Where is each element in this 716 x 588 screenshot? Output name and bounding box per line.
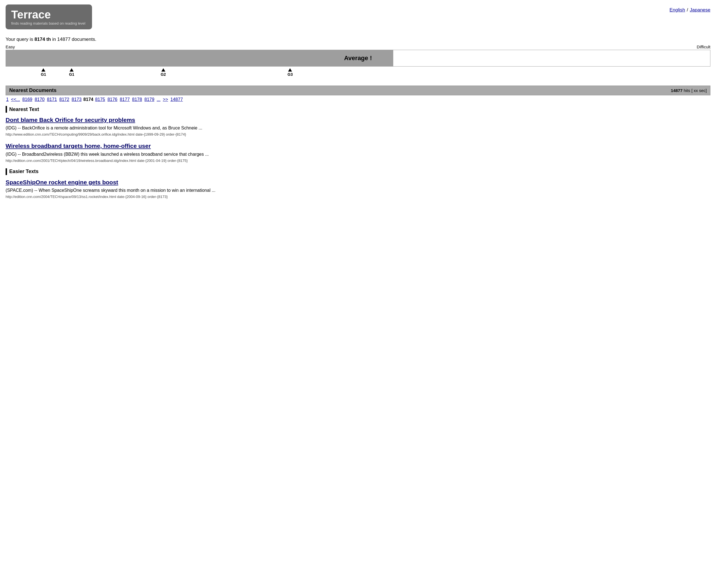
triangle-icon xyxy=(41,68,45,71)
logo-box: Terrace finds reading materials based on… xyxy=(6,4,92,29)
result-url-2: http://edition.cnn.com/2001/TECH/ptech/0… xyxy=(6,159,710,163)
easier-texts-title: Easier Texts xyxy=(9,169,39,174)
result-title-2[interactable]: Wireless broadband targets home, home-of… xyxy=(6,142,710,150)
grade-marker-g2: G2 xyxy=(161,68,166,77)
time-suffix: ] xyxy=(705,88,707,93)
easier-result-title-1[interactable]: SpaceShipOne rocket engine gets boost xyxy=(6,178,710,186)
result-snippet-2: (IDG) -- Broadband2wireless (BB2W) this … xyxy=(6,151,710,158)
nearest-docs-title: Nearest Documents xyxy=(9,87,57,93)
query-info: Your query is 8174 th in 14877 documents… xyxy=(0,31,716,44)
result-url-1: http://www.edition.cnn.com/TECH/computin… xyxy=(6,132,710,136)
grade-label: G2 xyxy=(161,72,166,77)
language-switcher: English / Japanese xyxy=(670,4,710,13)
easier-texts-header: Easier Texts xyxy=(0,166,716,176)
page-link-8169[interactable]: 8169 xyxy=(22,97,33,102)
difficulty-bar-label: Average ! xyxy=(344,55,372,62)
triangle-icon xyxy=(70,68,74,71)
triangle-icon xyxy=(288,68,292,71)
pagination: 1 <<... 8169 8170 8171 8172 8173 8174 81… xyxy=(0,95,716,104)
page-link-prev[interactable]: <<... xyxy=(11,97,20,102)
easier-result-url-1: http://edition.cnn.com/2004/TECH/space/0… xyxy=(6,195,710,199)
page-link-8177[interactable]: 8177 xyxy=(120,97,130,102)
query-suffix: in 14877 documents. xyxy=(51,37,97,42)
page-link-8176[interactable]: 8176 xyxy=(107,97,118,102)
nearest-docs-stats: 14877 hits [ xx sec] xyxy=(671,88,707,93)
nearest-docs-header: Nearest Documents 14877 hits [ xx sec] xyxy=(6,86,710,95)
page-link-8173[interactable]: 8173 xyxy=(71,97,82,102)
english-link[interactable]: English xyxy=(670,7,685,13)
time-label: xx sec xyxy=(694,88,705,93)
page-link-last[interactable]: 14877 xyxy=(170,97,183,102)
grade-label: G3 xyxy=(288,72,293,77)
page-link-8171[interactable]: 8171 xyxy=(47,97,57,102)
difficulty-bar-container: Average ! xyxy=(6,50,710,66)
grade-label: G1 xyxy=(41,72,46,77)
section-bar-icon-2 xyxy=(6,168,7,175)
result-item-1: Dont blame Back Orifice for security pro… xyxy=(0,114,716,140)
hits-count: 14877 xyxy=(671,88,683,93)
page-link-8172[interactable]: 8172 xyxy=(59,97,69,102)
difficulty-section: Easy Difficult Average ! G1 G1 G2 G3 xyxy=(0,44,716,83)
section-bar-icon xyxy=(6,106,7,113)
lang-divider: / xyxy=(687,7,688,13)
japanese-link[interactable]: Japanese xyxy=(690,7,710,13)
result-snippet-1: (IDG) -- BackOrifice is a remote adminis… xyxy=(6,125,710,131)
difficulty-labels: Easy Difficult xyxy=(6,44,710,49)
result-item-2: Wireless broadband targets home, home-of… xyxy=(0,140,716,166)
label-easy: Easy xyxy=(6,44,15,49)
query-rank: 8174 th xyxy=(35,37,51,42)
difficulty-bar-fill xyxy=(6,50,393,66)
page-link-8179[interactable]: 8179 xyxy=(144,97,155,102)
result-title-1[interactable]: Dont blame Back Orifice for security pro… xyxy=(6,116,710,124)
page-link-8170[interactable]: 8170 xyxy=(35,97,45,102)
page-header: Terrace finds reading materials based on… xyxy=(0,0,716,31)
grade-markers: G1 G1 G2 G3 xyxy=(6,66,710,80)
page-link-8175[interactable]: 8175 xyxy=(95,97,105,102)
triangle-icon xyxy=(161,68,165,71)
page-link-ellipsis[interactable]: ... xyxy=(157,97,160,102)
grade-label: G1 xyxy=(69,72,75,77)
logo-subtitle: finds reading materials based on reading… xyxy=(11,21,85,25)
grade-marker-g3: G3 xyxy=(288,68,293,77)
page-link-next[interactable]: >> xyxy=(163,97,168,102)
logo-title: Terrace xyxy=(11,8,85,21)
nearest-text-header: Nearest Text xyxy=(0,104,716,114)
hits-suffix: hits [ xyxy=(682,88,694,93)
grade-marker-g1-second: G1 xyxy=(69,68,75,77)
page-current: 8174 xyxy=(83,97,94,102)
grade-marker-g1-first: G1 xyxy=(41,68,46,77)
easier-result-item-1: SpaceShipOne rocket engine gets boost (S… xyxy=(0,176,716,202)
nearest-text-title: Nearest Text xyxy=(9,107,39,112)
easier-result-snippet-1: (SPACE.com) -- When SpaceShipOne screams… xyxy=(6,187,710,194)
query-prefix: Your query is xyxy=(6,37,35,42)
page-link-8178[interactable]: 8178 xyxy=(132,97,142,102)
label-difficult: Difficult xyxy=(697,44,710,49)
page-link-1[interactable]: 1 xyxy=(6,97,9,102)
